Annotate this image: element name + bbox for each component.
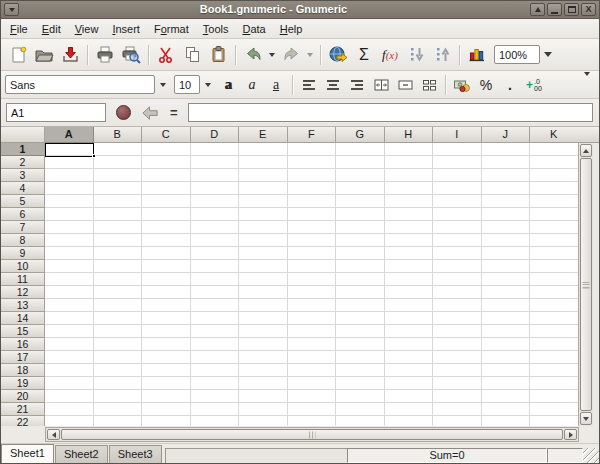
format-money-button[interactable] — [451, 74, 473, 96]
scroll-down-icon[interactable] — [580, 412, 592, 425]
window-menu-icon[interactable] — [4, 3, 19, 16]
save-button[interactable] — [58, 43, 82, 67]
minimize-icon[interactable] — [547, 3, 562, 16]
column-header-J[interactable]: J — [482, 127, 531, 143]
row-header-11[interactable]: 11 — [1, 273, 44, 286]
menu-insert[interactable]: Insert — [105, 21, 147, 37]
zoom-input[interactable]: 100% — [494, 45, 540, 64]
align-right-button[interactable] — [346, 74, 368, 96]
column-header-H[interactable]: H — [385, 127, 434, 143]
menu-edit[interactable]: Edit — [35, 21, 68, 37]
font-size-dropdown-icon[interactable] — [200, 75, 216, 94]
row-header-10[interactable]: 10 — [1, 260, 44, 273]
menu-format[interactable]: Format — [147, 21, 196, 37]
zoom-dropdown-icon[interactable] — [540, 45, 556, 64]
column-header-C[interactable]: C — [142, 127, 191, 143]
cancel-icon[interactable] — [116, 105, 131, 120]
fill-handle[interactable] — [92, 154, 96, 158]
new-file-button[interactable] — [6, 43, 30, 67]
row-header-18[interactable]: 18 — [1, 364, 44, 377]
undo-button[interactable] — [241, 43, 265, 67]
horizontal-scrollbar[interactable] — [45, 427, 579, 442]
row-header-6[interactable]: 6 — [1, 208, 44, 221]
equals-button[interactable]: = — [165, 105, 183, 120]
menu-view[interactable]: View — [68, 21, 106, 37]
row-header-1[interactable]: 1 — [1, 143, 44, 156]
column-header-B[interactable]: B — [94, 127, 143, 143]
italic-button[interactable]: a — [241, 74, 263, 96]
cells-area[interactable] — [45, 143, 578, 426]
row-header-13[interactable]: 13 — [1, 299, 44, 312]
chart-button[interactable] — [465, 43, 489, 67]
row-header-16[interactable]: 16 — [1, 338, 44, 351]
sheet-tab-sheet2[interactable]: Sheet2 — [55, 445, 108, 463]
row-header-7[interactable]: 7 — [1, 221, 44, 234]
row-header-22[interactable]: 22 — [1, 416, 44, 426]
redo-dropdown-icon[interactable] — [307, 53, 313, 57]
menu-data[interactable]: Data — [235, 21, 272, 37]
horizontal-scroll-thumb[interactable] — [61, 429, 563, 440]
merge-cells-button[interactable] — [394, 74, 416, 96]
row-header-4[interactable]: 4 — [1, 182, 44, 195]
column-header-E[interactable]: E — [239, 127, 288, 143]
center-across-selection-button[interactable] — [370, 74, 392, 96]
scroll-left-icon[interactable] — [47, 429, 60, 440]
redo-button[interactable] — [279, 43, 303, 67]
underline-button[interactable]: a — [265, 74, 287, 96]
open-button[interactable] — [32, 43, 56, 67]
row-header-19[interactable]: 19 — [1, 377, 44, 390]
row-header-3[interactable]: 3 — [1, 169, 44, 182]
sort-ascending-button[interactable] — [430, 43, 454, 67]
column-header-K[interactable]: K — [530, 127, 578, 143]
menu-help[interactable]: Help — [273, 21, 310, 37]
maximize-icon[interactable] — [564, 3, 579, 16]
row-header-14[interactable]: 14 — [1, 312, 44, 325]
print-preview-button[interactable] — [119, 43, 143, 67]
enter-icon[interactable] — [141, 105, 161, 121]
sum-button[interactable]: Σ — [352, 43, 376, 67]
format-thousands-button[interactable]: . — [499, 74, 521, 96]
row-header-8[interactable]: 8 — [1, 234, 44, 247]
column-header-A[interactable]: A — [45, 127, 94, 143]
format-percent-button[interactable]: % — [475, 74, 497, 96]
row-header-17[interactable]: 17 — [1, 351, 44, 364]
sort-descending-button[interactable] — [404, 43, 428, 67]
vertical-scroll-thumb[interactable] — [580, 158, 592, 411]
row-header-21[interactable]: 21 — [1, 403, 44, 416]
toolbar-overflow-icon[interactable] — [581, 76, 593, 94]
row-header-15[interactable]: 15 — [1, 325, 44, 338]
row-header-20[interactable]: 20 — [1, 390, 44, 403]
bold-button[interactable]: a — [217, 74, 239, 96]
vertical-scrollbar[interactable] — [578, 143, 593, 426]
menu-tools[interactable]: Tools — [196, 21, 236, 37]
column-header-I[interactable]: I — [433, 127, 482, 143]
column-header-G[interactable]: G — [336, 127, 385, 143]
column-header-D[interactable]: D — [191, 127, 240, 143]
sheet-tab-sheet3[interactable]: Sheet3 — [109, 445, 162, 463]
font-name-input[interactable]: Sans — [5, 75, 155, 94]
formula-entry[interactable] — [188, 103, 593, 122]
font-size-input[interactable]: 10 — [174, 75, 200, 94]
hyperlink-button[interactable] — [326, 43, 350, 67]
close-icon[interactable]: X — [581, 3, 596, 16]
align-left-button[interactable] — [298, 74, 320, 96]
paste-button[interactable] — [206, 43, 230, 67]
row-header-12[interactable]: 12 — [1, 286, 44, 299]
increase-decimals-button[interactable]: + .000 — [523, 74, 545, 96]
sheet-tab-sheet1[interactable]: Sheet1 — [1, 444, 54, 463]
align-center-button[interactable] — [322, 74, 344, 96]
resize-grip-icon[interactable] — [583, 448, 599, 463]
cell-name-box[interactable] — [6, 103, 106, 122]
copy-button[interactable] — [180, 43, 204, 67]
column-header-F[interactable]: F — [288, 127, 337, 143]
scroll-up-icon[interactable] — [580, 144, 592, 157]
shade-icon[interactable] — [530, 3, 545, 16]
scroll-right-icon[interactable] — [564, 429, 577, 440]
function-button[interactable]: f(x) — [378, 43, 402, 67]
undo-dropdown-icon[interactable] — [269, 53, 275, 57]
print-button[interactable] — [93, 43, 117, 67]
row-header-2[interactable]: 2 — [1, 156, 44, 169]
select-all-corner[interactable] — [1, 127, 45, 143]
font-name-dropdown-icon[interactable] — [155, 75, 171, 94]
row-header-5[interactable]: 5 — [1, 195, 44, 208]
